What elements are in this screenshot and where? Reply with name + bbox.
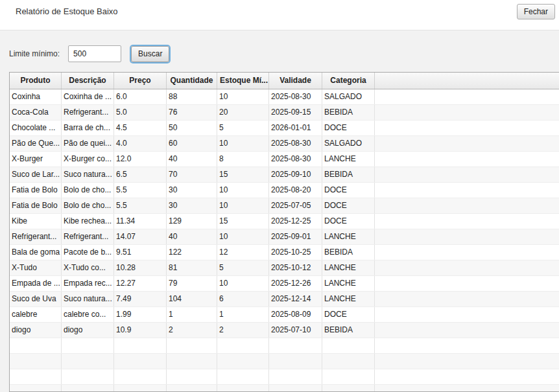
table-cell: 50 xyxy=(167,121,217,135)
table-cell: 2025-08-09 xyxy=(269,307,322,322)
table-cell: 2025-10-25 xyxy=(269,245,322,260)
table-cell xyxy=(217,338,269,353)
table-row[interactable]: KibeKibe rechea...11.34129152025-12-25DO… xyxy=(10,214,559,229)
row-filler xyxy=(375,369,559,384)
table-cell: 2025-08-20 xyxy=(269,183,322,198)
table-cell: Refrigerant... xyxy=(62,229,114,244)
table-cell: 2025-12-14 xyxy=(269,292,322,306)
column-header[interactable]: Estoque Mí... xyxy=(217,73,269,89)
table-cell: 2025-09-15 xyxy=(269,105,322,120)
table-row[interactable]: Refrigerant...Refrigerant...14.074010202… xyxy=(10,229,559,245)
table-cell: Fatia de Bolo xyxy=(10,183,62,198)
table-cell xyxy=(10,385,62,392)
table-cell: 30 xyxy=(167,183,217,198)
table-cell: 70 xyxy=(167,167,217,182)
table-row[interactable]: calebrecalebre co...1.99112025-08-09DOCE xyxy=(10,307,559,323)
table-row[interactable]: Pão de Que...Pão de quei...4.060102025-0… xyxy=(10,136,559,152)
table-cell: 2025-12-25 xyxy=(269,214,322,229)
limit-input[interactable] xyxy=(68,45,121,62)
empty-table-row[interactable] xyxy=(10,385,559,392)
table-cell xyxy=(10,338,62,353)
table-cell xyxy=(114,338,167,353)
table-cell: X-Tudo xyxy=(10,260,62,275)
row-filler xyxy=(375,260,559,275)
table-cell xyxy=(322,338,375,353)
table-cell xyxy=(10,369,62,384)
page-title: Relatório de Estoque Baixo xyxy=(16,6,118,16)
table-row[interactable]: diogodiogo10.9222025-07-10BEBIDA xyxy=(10,323,559,338)
table-cell: 76 xyxy=(167,105,217,120)
column-header[interactable]: Validade xyxy=(269,73,322,89)
table-row[interactable]: Bala de gomaPacote de b...9.51122122025-… xyxy=(10,245,559,260)
search-button[interactable]: Buscar xyxy=(131,46,169,62)
row-filler xyxy=(375,89,559,104)
table-cell: 10 xyxy=(217,136,269,151)
table-cell: Chocolate ... xyxy=(10,121,62,135)
table-cell: 2 xyxy=(167,323,217,338)
table-row[interactable]: X-TudoX-Tudo co...10.288152025-10-12LANC… xyxy=(10,260,559,276)
column-header[interactable]: Produto xyxy=(10,73,62,89)
table-cell: 1 xyxy=(167,307,217,322)
table-cell: Kibe xyxy=(10,214,62,229)
table-cell: DOCE xyxy=(322,183,375,198)
row-filler xyxy=(375,292,559,306)
column-header[interactable]: Quantidade xyxy=(167,73,217,89)
table-cell: 5.5 xyxy=(114,198,167,213)
table-cell: 122 xyxy=(167,245,217,260)
table-row[interactable]: X-BurgerX-Burger co...12.04082025-08-30L… xyxy=(10,152,559,167)
table-cell xyxy=(269,369,322,384)
table-cell xyxy=(10,354,62,369)
table-cell xyxy=(167,338,217,353)
close-button[interactable]: Fechar xyxy=(517,4,555,19)
table-cell xyxy=(217,369,269,384)
table-cell xyxy=(269,385,322,392)
table-cell: 12 xyxy=(217,245,269,260)
table-cell: 6 xyxy=(217,292,269,306)
table-cell xyxy=(114,354,167,369)
table-cell: Refrigerant... xyxy=(10,229,62,244)
column-header[interactable]: Preço xyxy=(114,73,167,89)
table-cell xyxy=(62,369,114,384)
table-cell xyxy=(62,338,114,353)
table-row[interactable]: Suco de Lar...Suco natura...6.570152025-… xyxy=(10,167,559,183)
table-cell: Pão de Que... xyxy=(10,136,62,151)
table-row[interactable]: Coca-ColaRefrigerant...5.076202025-09-15… xyxy=(10,105,559,121)
table-row[interactable]: Fatia de BoloBolo de cho...5.530102025-0… xyxy=(10,183,559,198)
table-cell: 9.51 xyxy=(114,245,167,260)
row-filler xyxy=(375,167,559,182)
empty-table-row[interactable] xyxy=(10,338,559,354)
table-cell: 2025-07-05 xyxy=(269,198,322,213)
table-row[interactable]: Empada de ...Empada rec...12.2779102025-… xyxy=(10,276,559,292)
table-cell: 2025-08-30 xyxy=(269,89,322,104)
table-cell: 10.28 xyxy=(114,260,167,275)
table-cell xyxy=(114,369,167,384)
table-cell: LANCHE xyxy=(322,152,375,167)
row-filler xyxy=(375,105,559,120)
table-cell xyxy=(62,385,114,392)
table-cell: Suco de Lar... xyxy=(10,167,62,182)
table-cell xyxy=(167,385,217,392)
table-row[interactable]: Chocolate ...Barra de ch...4.55052026-01… xyxy=(10,121,559,136)
table-cell: 30 xyxy=(167,198,217,213)
table-cell: calebre xyxy=(10,307,62,322)
table-row[interactable]: Fatia de BoloBolo de cho...5.530102025-0… xyxy=(10,198,559,214)
table-cell: 15 xyxy=(217,167,269,182)
table-cell: 12.27 xyxy=(114,276,167,291)
column-header[interactable]: Descrição xyxy=(62,73,114,89)
table-row[interactable]: CoxinhaCoxinha de ...6.088102025-08-30SA… xyxy=(10,89,559,105)
table-cell: 2026-01-01 xyxy=(269,121,322,135)
empty-table-row[interactable] xyxy=(10,369,559,385)
table-row[interactable]: Suco de UvaSuco natura...7.4910462025-12… xyxy=(10,292,559,307)
table-cell: 2025-07-10 xyxy=(269,323,322,338)
stock-table: ProdutoDescriçãoPreçoQuantidadeEstoque M… xyxy=(9,72,559,392)
table-cell xyxy=(217,354,269,369)
table-cell: Pão de quei... xyxy=(62,136,114,151)
row-filler xyxy=(375,121,559,135)
table-header-row: ProdutoDescriçãoPreçoQuantidadeEstoque M… xyxy=(10,73,559,89)
empty-table-row[interactable] xyxy=(10,354,559,369)
row-filler xyxy=(375,307,559,322)
table-cell: 15 xyxy=(217,214,269,229)
table-cell: SALGADO xyxy=(322,89,375,104)
column-header[interactable]: Categoria xyxy=(322,73,375,89)
table-cell: 14.07 xyxy=(114,229,167,244)
